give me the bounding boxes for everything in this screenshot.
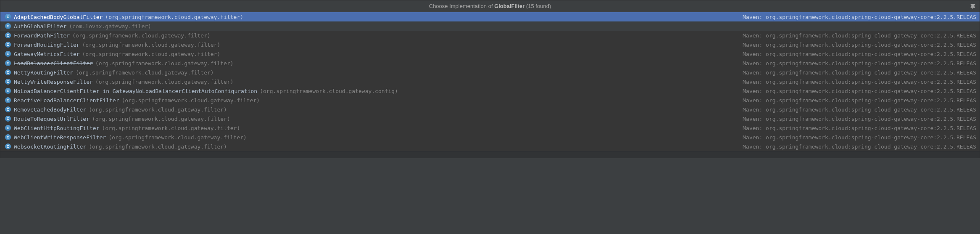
class-icon-glyph: C [5, 51, 11, 57]
list-item-left: CNoLoadBalancerClientFilter in GatewayNo… [5, 88, 398, 94]
location-label: Maven: org.springframework.cloud:spring-… [734, 116, 976, 122]
class-name: RemoveCachedBodyFilter [14, 106, 86, 113]
list-item[interactable]: CLoadBalancerClientFilter(org.springfram… [0, 58, 980, 68]
class-name: NettyRoutingFilter [14, 69, 73, 76]
location-label: Maven: org.springframework.cloud:spring-… [734, 144, 976, 150]
package-name: (org.springframework.cloud.gateway.filte… [89, 106, 227, 113]
class-icon-glyph: C [5, 97, 11, 103]
class-icon: C [5, 60, 11, 66]
class-name: GatewayMetricsFilter [14, 51, 80, 57]
package-name: (org.springframework.cloud.gateway.filte… [89, 144, 227, 150]
class-icon-glyph: C [5, 42, 11, 48]
list-item[interactable]: CRouteToRequestUrlFilter(org.springframe… [0, 114, 980, 123]
list-item-left: CWebClientHttpRoutingFilter(org.springfr… [5, 125, 240, 131]
package-name: (org.springframework.cloud.gateway.filte… [105, 14, 243, 20]
footer-bar [0, 151, 980, 158]
list-item[interactable]: CAuthGlobalFilter(com.lovnx.gateway.file… [0, 21, 980, 31]
package-name: (org.springframework.cloud.gateway.filte… [95, 79, 234, 85]
class-icon: C [5, 88, 11, 94]
class-icon: C [5, 13, 11, 20]
list-item-left: CNettyRoutingFilter(org.springframework.… [5, 69, 214, 76]
class-icon-glyph: C [5, 144, 11, 149]
title-bar: Choose Implementation of GlobalFilter (1… [0, 0, 980, 12]
location-label: Maven: org.springframework.cloud:spring-… [734, 42, 976, 48]
class-icon: C [5, 106, 11, 113]
class-icon-glyph: C [5, 116, 11, 122]
class-icon: C [5, 78, 11, 85]
location-label: Maven: org.springframework.cloud:spring-… [734, 14, 976, 20]
location-label: Maven: org.springframework.cloud:spring-… [734, 51, 976, 57]
location-label: Maven: org.springframework.cloud:spring-… [734, 125, 976, 131]
package-name: (org.springframework.cloud.gateway.filte… [95, 60, 234, 66]
list-item-left: CWebClientWriteResponseFilter(org.spring… [5, 134, 247, 141]
package-name: (org.springframework.cloud.gateway.filte… [92, 116, 230, 122]
list-item-left: CAuthGlobalFilter(com.lovnx.gateway.file… [5, 23, 151, 29]
list-item-left: CForwardRoutingFilter(org.springframewor… [5, 41, 220, 48]
class-name: WebClientWriteResponseFilter [14, 134, 106, 141]
list-item[interactable]: CForwardPathFilter(org.springframework.c… [0, 31, 980, 40]
package-name: (org.springframework.cloud.gateway.filte… [102, 125, 240, 131]
class-icon-glyph: C [5, 125, 11, 131]
location-label: Maven: org.springframework.cloud:spring-… [734, 88, 976, 94]
location-label: Maven: org.springframework.cloud:spring-… [734, 97, 976, 104]
pin-icon[interactable] [969, 3, 976, 10]
package-name: (org.springframework.cloud.gateway.filte… [82, 42, 221, 48]
list-item[interactable]: CRemoveCachedBodyFilter(org.springframew… [0, 105, 980, 114]
popup-title: Choose Implementation of GlobalFilter (1… [429, 3, 551, 9]
location-label: Maven: org.springframework.cloud:spring-… [734, 134, 976, 141]
choose-implementation-popup: Choose Implementation of GlobalFilter (1… [0, 0, 980, 158]
title-prefix: Choose Implementation of [429, 3, 494, 9]
class-icon-glyph: C [5, 134, 11, 140]
location-label: Maven: org.springframework.cloud:spring-… [734, 69, 976, 76]
list-item[interactable]: CWebClientHttpRoutingFilter(org.springfr… [0, 123, 980, 133]
package-name: (org.springframework.cloud.gateway.filte… [121, 97, 260, 104]
list-item-left: CRouteToRequestUrlFilter(org.springframe… [5, 115, 230, 122]
package-name: (org.springframework.cloud.gateway.filte… [76, 69, 214, 76]
list-item[interactable]: CWebsocketRoutingFilter(org.springframew… [0, 142, 980, 151]
class-icon-glyph: C [5, 32, 11, 38]
class-icon-glyph: C [5, 23, 11, 29]
class-name: ForwardRoutingFilter [14, 42, 80, 48]
class-icon-glyph: C [5, 60, 11, 66]
list-item[interactable]: CForwardRoutingFilter(org.springframewor… [0, 40, 980, 49]
class-name: NoLoadBalancerClientFilter in GatewayNoL… [14, 88, 257, 94]
class-name: RouteToRequestUrlFilter [14, 116, 90, 122]
list-item[interactable]: CReactiveLoadBalancerClientFilter(org.sp… [0, 96, 980, 105]
class-name: AuthGlobalFilter [14, 23, 66, 29]
results-list[interactable]: CAdaptCachedBodyGlobalFilter(org.springf… [0, 12, 980, 151]
title-name: GlobalFilter [494, 3, 524, 9]
list-item[interactable]: CNettyRoutingFilter(org.springframework.… [0, 68, 980, 77]
class-icon: C [5, 23, 11, 29]
class-icon: C [5, 51, 11, 57]
list-item-left: CAdaptCachedBodyGlobalFilter(org.springf… [5, 13, 243, 20]
class-icon: C [5, 69, 11, 76]
class-name: ReactiveLoadBalancerClientFilter [14, 97, 119, 104]
package-name: (org.springframework.cloud.gateway.filte… [108, 134, 247, 141]
list-item-left: CNettyWriteResponseFilter(org.springfram… [5, 78, 234, 85]
title-suffix: (15 found) [524, 3, 551, 9]
package-name: (org.springframework.cloud.gateway.confi… [260, 88, 398, 94]
package-name: (org.springframework.cloud.gateway.filte… [72, 32, 211, 39]
class-icon: C [5, 134, 11, 141]
class-name: NettyWriteResponseFilter [14, 79, 93, 85]
class-name: AdaptCachedBodyGlobalFilter [14, 14, 103, 20]
location-label: Maven: org.springframework.cloud:spring-… [734, 60, 976, 66]
list-item[interactable]: CNoLoadBalancerClientFilter in GatewayNo… [0, 86, 980, 96]
list-item-left: CGatewayMetricsFilter(org.springframewor… [5, 51, 220, 57]
class-icon-glyph: C [5, 14, 11, 20]
location-label: Maven: org.springframework.cloud:spring-… [734, 106, 976, 113]
list-item-left: CForwardPathFilter(org.springframework.c… [5, 32, 211, 39]
list-item-left: CLoadBalancerClientFilter(org.springfram… [5, 60, 234, 66]
class-icon: C [5, 143, 11, 150]
list-item[interactable]: CNettyWriteResponseFilter(org.springfram… [0, 77, 980, 86]
class-icon-glyph: C [5, 79, 11, 85]
list-item-left: CReactiveLoadBalancerClientFilter(org.sp… [5, 97, 260, 104]
list-item[interactable]: CGatewayMetricsFilter(org.springframewor… [0, 49, 980, 58]
package-name: (org.springframework.cloud.gateway.filte… [82, 51, 221, 57]
list-item[interactable]: CWebClientWriteResponseFilter(org.spring… [0, 133, 980, 142]
class-icon: C [5, 125, 11, 131]
list-item[interactable]: CAdaptCachedBodyGlobalFilter(org.springf… [0, 12, 980, 21]
class-icon: C [5, 41, 11, 48]
class-icon-glyph: C [5, 88, 11, 94]
location-label: Maven: org.springframework.cloud:spring-… [734, 32, 976, 39]
